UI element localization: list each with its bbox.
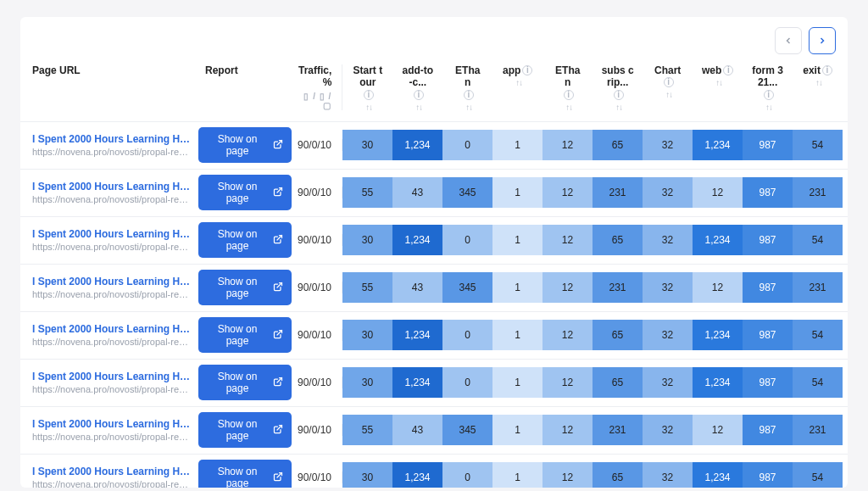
heat-cell[interactable]: 345 [442,272,492,303]
heat-cell[interactable]: 32 [643,225,693,255]
page-title-link[interactable]: I Spent 2000 Hours Learning How To Lea..… [32,181,192,192]
heat-cell[interactable]: 1 [492,130,542,160]
info-icon[interactable]: i [414,90,424,100]
heat-cell[interactable]: 12 [693,415,743,445]
heat-cell[interactable]: 1,234 [693,225,743,255]
col-header-report[interactable]: Report [198,64,292,76]
table-body[interactable]: I Spent 2000 Hours Learning How To Lea..… [20,122,848,488]
col-header-chart[interactable]: Charti↑↓ [643,64,693,113]
heat-cell[interactable]: 231 [793,272,843,303]
info-icon[interactable]: i [664,77,674,87]
sort-icon[interactable]: ↑↓ [565,103,572,112]
heat-cell[interactable]: 1 [492,462,542,488]
sort-icon[interactable]: ↑↓ [365,103,372,112]
show-on-page-button[interactable]: Show on page [198,460,292,488]
heat-cell[interactable]: 32 [643,367,693,398]
sort-icon[interactable]: ↑↓ [715,78,722,87]
heat-cell[interactable]: 987 [743,462,793,488]
heat-cell[interactable]: 55 [342,272,392,303]
info-icon[interactable]: i [564,90,574,100]
heat-cell[interactable]: 43 [392,415,442,445]
page-title-link[interactable]: I Spent 2000 Hours Learning How To Lea..… [32,323,192,335]
heat-cell[interactable]: 12 [542,177,593,208]
info-icon[interactable]: i [764,90,774,100]
sort-icon[interactable]: ↑↓ [665,90,672,99]
show-on-page-button[interactable]: Show on page [198,175,292,210]
heat-cell[interactable]: 1,234 [693,130,743,160]
prev-page-button[interactable] [775,27,802,54]
heat-cell[interactable]: 12 [693,177,743,208]
heat-cell[interactable]: 0 [442,320,492,350]
heat-cell[interactable]: 0 [442,225,492,255]
heat-cell[interactable]: 1 [492,415,542,445]
info-icon[interactable]: i [822,65,832,75]
heat-cell[interactable]: 987 [743,367,793,398]
page-title-link[interactable]: I Spent 2000 Hours Learning How To Lea..… [32,133,192,145]
heat-cell[interactable]: 231 [593,415,643,445]
heat-cell[interactable]: 54 [793,320,843,350]
sort-icon[interactable]: ↑↓ [465,103,472,112]
heat-cell[interactable]: 30 [342,130,392,160]
heat-cell[interactable]: 12 [542,320,593,350]
info-icon[interactable]: i [464,90,474,100]
heat-cell[interactable]: 55 [342,415,392,445]
heat-cell[interactable]: 32 [643,272,693,303]
col-header-app[interactable]: appi↑↓ [492,64,542,113]
heat-cell[interactable]: 1 [492,367,542,398]
show-on-page-button[interactable]: Show on page [198,270,292,305]
heat-cell[interactable]: 987 [743,130,793,160]
heat-cell[interactable]: 12 [542,462,593,488]
col-header-page-url[interactable]: Page URL [20,64,198,76]
info-icon[interactable]: i [723,65,733,75]
heat-cell[interactable]: 12 [542,272,593,303]
heat-cell[interactable]: 345 [442,177,492,208]
page-title-link[interactable]: I Spent 2000 Hours Learning How To Lea..… [32,418,192,430]
heat-cell[interactable]: 1,234 [392,225,442,255]
heat-cell[interactable]: 1 [492,272,542,303]
heat-cell[interactable]: 987 [743,272,793,303]
page-title-link[interactable]: I Spent 2000 Hours Learning How To Lea..… [32,228,192,240]
show-on-page-button[interactable]: Show on page [198,127,292,163]
col-header-start_tour[interactable]: Start touri↑↓ [342,64,392,113]
next-page-button[interactable] [809,27,836,54]
heat-cell[interactable]: 0 [442,462,492,488]
sort-icon[interactable]: ↑↓ [515,78,522,87]
heat-cell[interactable]: 1,234 [392,367,442,398]
heat-cell[interactable]: 65 [593,462,643,488]
heat-cell[interactable]: 32 [643,415,693,445]
col-header-form321[interactable]: form 321...i↑↓ [743,64,793,113]
heat-cell[interactable]: 1,234 [392,320,442,350]
heat-cell[interactable]: 1,234 [693,367,743,398]
heat-cell[interactable]: 54 [793,462,843,488]
heat-cell[interactable]: 231 [593,177,643,208]
col-header-exit[interactable]: exiti↑↓ [793,64,843,113]
heat-cell[interactable]: 1,234 [693,320,743,350]
heat-cell[interactable]: 231 [793,415,843,445]
heat-cell[interactable]: 43 [392,272,442,303]
heat-cell[interactable]: 1 [492,225,542,255]
heat-cell[interactable]: 1,234 [392,130,442,160]
info-icon[interactable]: i [522,65,532,75]
page-title-link[interactable]: I Spent 2000 Hours Learning How To Lea..… [32,371,192,382]
show-on-page-button[interactable]: Show on page [198,317,292,353]
heat-cell[interactable]: 65 [593,225,643,255]
heat-cell[interactable]: 12 [542,367,593,398]
heat-cell[interactable]: 32 [643,462,693,488]
heat-cell[interactable]: 54 [793,130,843,160]
col-header-subscrip[interactable]: subs crip...i↑↓ [593,64,643,113]
heat-cell[interactable]: 54 [793,367,843,398]
heat-cell[interactable]: 12 [542,130,593,160]
heat-cell[interactable]: 1,234 [693,462,743,488]
heat-cell[interactable]: 55 [342,177,392,208]
info-icon[interactable]: i [614,90,624,100]
col-header-ethan2[interactable]: ETha ni↑↓ [542,64,593,113]
heat-cell[interactable]: 30 [342,320,392,350]
show-on-page-button[interactable]: Show on page [198,222,292,258]
sort-icon[interactable]: ↑↓ [615,103,622,112]
heat-cell[interactable]: 1,234 [392,462,442,488]
heat-cell[interactable]: 0 [442,130,492,160]
show-on-page-button[interactable]: Show on page [198,365,292,400]
heat-cell[interactable]: 65 [593,320,643,350]
heat-cell[interactable]: 54 [793,225,843,255]
col-header-web[interactable]: webi↑↓ [693,64,743,113]
